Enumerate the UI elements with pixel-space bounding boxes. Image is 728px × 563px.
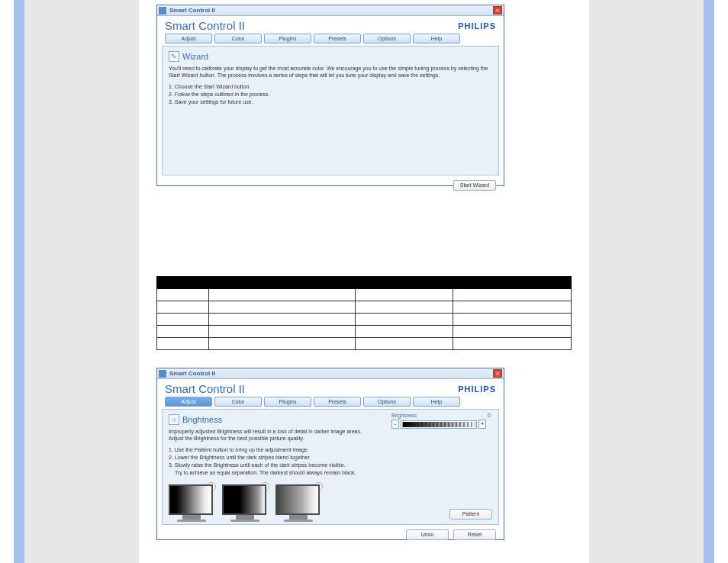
table-row (157, 338, 572, 350)
tab-plugins[interactable]: Plugins (264, 34, 311, 43)
reset-button[interactable]: Reset (453, 529, 496, 540)
slider-increase-button[interactable]: + (478, 420, 486, 429)
wizard-icon: ✎ (169, 51, 179, 62)
app-title: Smart Control II (165, 382, 245, 395)
brightness-title: Brightness (182, 415, 222, 424)
monitor-example-wrong-1: ✕ (222, 484, 268, 522)
brightness-panel: ☼ Brightness Brightness 0 - + (162, 409, 499, 525)
wizard-title: Wizard (182, 52, 208, 61)
close-icon[interactable]: × (493, 369, 502, 378)
tab-adjust[interactable]: Adjust (165, 397, 212, 407)
brightness-slider-group: Brightness 0 - + (391, 413, 491, 429)
brightness-window: Smart Control II × Smart Control II PHIL… (156, 368, 504, 540)
titlebar[interactable]: Smart Control II × (157, 368, 504, 379)
table-row (157, 326, 572, 338)
decor-left-blue (14, 0, 24, 563)
slider-decrease-button[interactable]: - (391, 420, 399, 429)
wizard-panel: ✎ Wizard You'll need to calibrate your d… (162, 46, 499, 175)
tab-color[interactable]: Color (214, 34, 262, 43)
tab-adjust[interactable]: Adjust (165, 34, 212, 43)
table-header-cell (209, 277, 356, 289)
table-header-cell (356, 277, 453, 289)
monitor-example-correct: ✓ (169, 484, 214, 522)
close-icon[interactable]: × (493, 6, 502, 14)
brightness-step3b: Try to achieve an equal separation. The … (169, 469, 375, 476)
app-title: Smart Control II (165, 19, 245, 32)
table-header-cell (453, 277, 572, 289)
tab-color[interactable]: Color (214, 397, 262, 407)
titlebar[interactable]: Smart Control II × (157, 5, 504, 16)
brightness-slider[interactable] (401, 420, 477, 429)
start-wizard-button[interactable]: Start Wizard (453, 180, 496, 191)
brightness-step1: 1. Use the Pattern button to bring up th… (169, 446, 375, 453)
decor-left-gray (24, 0, 139, 563)
wizard-intro: You'll need to calibrate your display to… (169, 65, 492, 79)
slider-label: Brightness (391, 413, 417, 418)
brightness-step3: 3. Slowly raise the Brightness until eac… (169, 462, 375, 468)
decor-right-blue (704, 0, 714, 563)
tab-options[interactable]: Options (363, 34, 411, 43)
tab-presets[interactable]: Presets (314, 34, 361, 43)
table-row (157, 301, 572, 314)
brightness-intro: Improperly adjusted Brightness will resu… (169, 428, 375, 442)
table-row (157, 289, 572, 301)
wizard-step3: 3. Save your settings for future use. (169, 98, 492, 105)
window-title: Smart Control II (169, 7, 215, 14)
tab-help[interactable]: Help (413, 397, 460, 407)
tab-options[interactable]: Options (363, 397, 411, 407)
wizard-step2: 2. Follow the steps outlined in the proc… (169, 91, 492, 98)
pattern-button[interactable]: Pattern (449, 509, 492, 520)
wizard-window: Smart Control II × Smart Control II PHIL… (156, 5, 504, 186)
undo-button[interactable]: Undo (406, 529, 449, 540)
brand-logo: PHILIPS (458, 21, 496, 31)
window-title: Smart Control II (169, 370, 215, 377)
decor-right-gray (589, 0, 704, 563)
brightness-step2: 2. Lower the Brightness until the dark s… (169, 454, 375, 461)
monitor-example-wrong-2: ✕ (275, 484, 321, 522)
example-monitors: ✓ ✕ ✕ (169, 484, 492, 522)
tab-help[interactable]: Help (413, 34, 460, 43)
table-row (157, 314, 572, 326)
tab-plugins[interactable]: Plugins (264, 397, 311, 407)
slider-value: 0 (488, 413, 491, 418)
app-icon (159, 370, 166, 378)
wizard-step1: 1. Choose the Start Wizard button. (169, 83, 492, 90)
table-header-cell (157, 277, 209, 289)
tab-bar: Adjust Color Plugins Presets Options Hel… (157, 34, 504, 46)
table-header-row (157, 277, 572, 289)
data-table (156, 276, 572, 350)
tab-presets[interactable]: Presets (314, 397, 361, 407)
brightness-icon: ☼ (169, 414, 179, 425)
tab-bar: Adjust Color Plugins Presets Options Hel… (157, 397, 504, 409)
brand-logo: PHILIPS (458, 384, 496, 394)
app-icon (159, 7, 166, 14)
